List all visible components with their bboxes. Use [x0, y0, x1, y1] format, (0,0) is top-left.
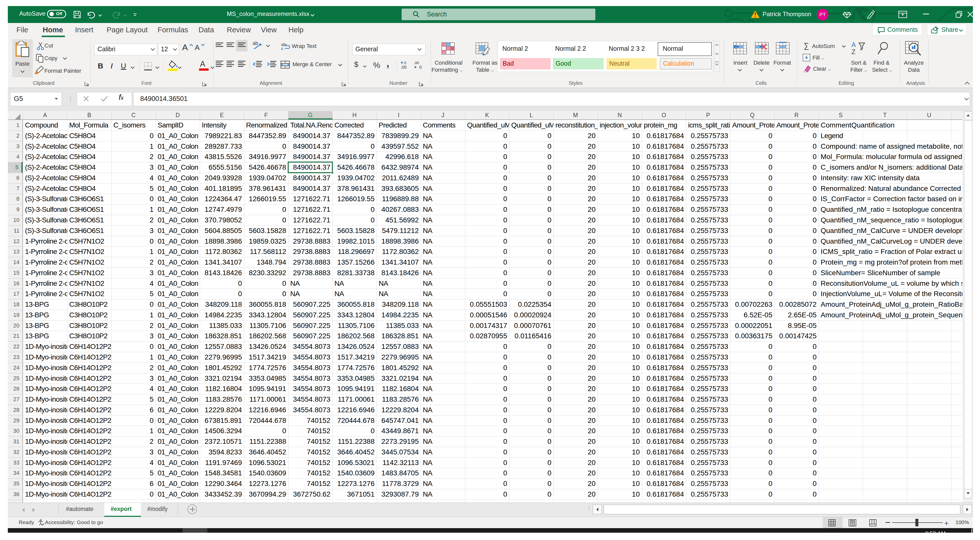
svg-text:0: 0 [419, 65, 422, 70]
svg-text:c: c [281, 46, 283, 51]
svg-text:.00: .00 [401, 65, 407, 70]
svg-text:Z: Z [851, 48, 856, 56]
svg-text:.00: .00 [414, 60, 419, 65]
svg-text:ab: ab [253, 40, 258, 46]
svg-text:A: A [851, 41, 856, 48]
svg-text:0: 0 [404, 60, 406, 65]
